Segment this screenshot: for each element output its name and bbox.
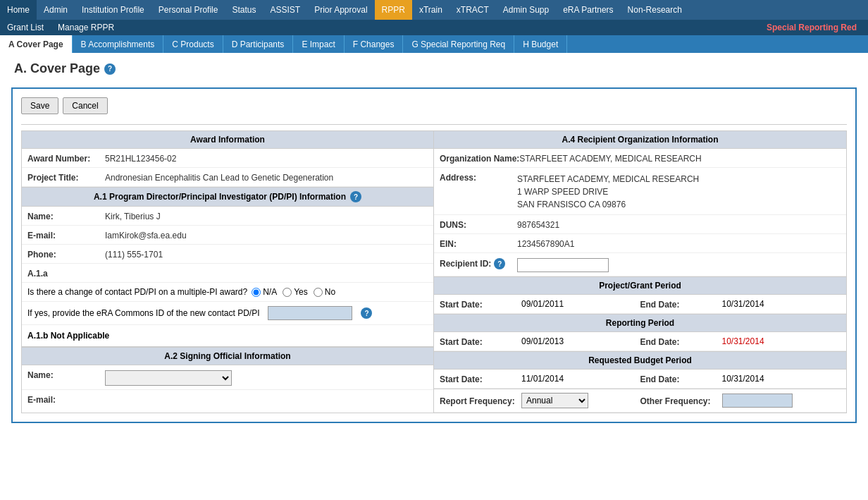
tab-b-accomplishments[interactable]: B Accomplishments	[73, 35, 164, 53]
nav-admin[interactable]: Admin	[37, 0, 75, 20]
org-name-value: STARFLEET ACADEMY, MEDICAL RESEARCH	[519, 152, 841, 164]
nav-xtrain[interactable]: xTrain	[412, 0, 450, 20]
org-address-label: Address:	[440, 171, 517, 183]
org-name-row: Organization Name: STARFLEET ACADEMY, ME…	[434, 149, 846, 168]
nav-admin-supp[interactable]: Admin Supp	[496, 0, 556, 20]
tab-g-special-reporting[interactable]: G Special Reporting Req	[403, 35, 514, 53]
project-title-value: Andronesian Encephalitis Can Lead to Gen…	[105, 171, 428, 183]
era-commons-help-icon[interactable]: ?	[361, 307, 372, 319]
radio-yes-label: Yes	[294, 287, 308, 297]
duns-value: 987654321	[517, 219, 841, 230]
a1a-label: A.1.a	[27, 267, 105, 279]
change-contact-radio-group: N/A Yes No	[252, 287, 335, 297]
so-name-label: Name:	[27, 369, 105, 380]
tab-a-cover-page[interactable]: A Cover Page	[0, 35, 73, 53]
nav-institution-profile[interactable]: Institution Profile	[75, 0, 151, 20]
right-column: A.4 Recipient Organization Information O…	[434, 131, 846, 413]
pi-name-row: Name: Kirk, Tiberius J	[22, 207, 433, 226]
reporting-period-row: Start Date: 09/01/2013 End Date: 10/31/2…	[434, 332, 846, 351]
era-commons-row: If yes, provide the eRA Commons ID of th…	[22, 302, 433, 325]
pg-start-value: 09/01/2011	[521, 299, 564, 309]
tab-f-changes[interactable]: F Changes	[345, 35, 404, 53]
nav-non-research[interactable]: Non-Research	[621, 0, 689, 20]
award-number-value: 5R21HL123456-02	[105, 152, 428, 164]
radio-no[interactable]	[314, 288, 323, 297]
form-container: Save Cancel Award Information Award Numb…	[11, 87, 857, 423]
so-email-label: E-mail:	[27, 394, 105, 405]
nav-xtract[interactable]: xTRACT	[450, 0, 496, 20]
page-title-help-icon[interactable]: ?	[104, 63, 116, 75]
reporting-period-header: Reporting Period	[434, 314, 846, 332]
pi-email-label: E-mail:	[27, 229, 105, 240]
nav-home[interactable]: Home	[0, 0, 37, 20]
radio-na-item: N/A	[252, 287, 277, 297]
change-contact-row: Is there a change of contact PD/PI on a …	[22, 283, 433, 302]
era-commons-input[interactable]	[268, 306, 352, 320]
so-name-select[interactable]	[105, 370, 232, 386]
rbp-end-value: 10/31/2014	[722, 374, 764, 384]
nav-era-partners[interactable]: eRA Partners	[556, 0, 620, 20]
nav-personal-profile[interactable]: Personal Profile	[151, 0, 225, 20]
report-frequency-label: Report Frequency:	[440, 395, 517, 406]
other-frequency-label: Other Frequency:	[640, 395, 718, 406]
save-button[interactable]: Save	[21, 97, 58, 114]
report-frequency-select[interactable]: Annual Semi-Annual Quarterly Other	[521, 393, 588, 408]
pdpi-help-icon[interactable]: ?	[350, 191, 361, 202]
project-grant-period-header: Project/Grant Period	[434, 276, 846, 295]
duns-label: DUNS:	[440, 219, 517, 230]
rbp-end-label: End Date:	[640, 373, 718, 384]
rbp-start-date-item: Start Date: 11/01/2014	[440, 373, 640, 384]
rbp-start-label: Start Date:	[440, 373, 517, 384]
rbp-start-value: 11/01/2014	[521, 374, 564, 384]
top-navigation: Home Admin Institution Profile Personal …	[0, 0, 868, 20]
main-content: Save Cancel Award Information Award Numb…	[0, 82, 868, 434]
tab-c-products[interactable]: C Products	[163, 35, 223, 53]
page-title-area: A. Cover Page ?	[0, 53, 868, 82]
radio-no-item: No	[314, 287, 335, 297]
recipient-id-row: Recipient ID: ?	[434, 253, 846, 276]
nav-rppr[interactable]: RPPR	[375, 0, 412, 20]
address-line-1: STARFLEET ACADEMY, MEDICAL RESEARCH	[517, 173, 841, 185]
recipient-id-input[interactable]	[517, 258, 609, 272]
pi-name-label: Name:	[27, 210, 105, 221]
radio-na[interactable]	[252, 288, 261, 297]
nav-prior-approval[interactable]: Prior Approval	[307, 0, 374, 20]
pi-email-row: E-mail: IamKirok@sfa.ea.edu	[22, 226, 433, 245]
form-buttons: Save Cancel	[21, 97, 847, 114]
pg-start-label: Start Date:	[440, 298, 517, 310]
ein-row: EIN: 1234567890A1	[434, 234, 846, 253]
address-line-3: SAN FRANSISCO CA 09876	[517, 198, 841, 211]
era-commons-label: If yes, provide the eRA Commons ID of th…	[27, 308, 259, 318]
cancel-button[interactable]: Cancel	[63, 97, 107, 114]
ein-label: EIN:	[440, 238, 517, 249]
tab-h-budget[interactable]: H Budget	[514, 35, 567, 53]
rp-end-value: 10/31/2014	[722, 336, 764, 346]
nav-status[interactable]: Status	[225, 0, 263, 20]
a1a-row: A.1.a	[22, 264, 433, 283]
report-frequency-item: Report Frequency: Annual Semi-Annual Qua…	[440, 393, 640, 408]
recipient-id-label: Recipient ID: ?	[440, 257, 517, 269]
nav-assist[interactable]: ASSIST	[264, 0, 308, 20]
radio-yes[interactable]	[283, 288, 292, 297]
special-reporting-red: Special Reporting Red	[767, 23, 857, 32]
nav-manage-rppr[interactable]: Manage RPPR	[51, 20, 121, 35]
pg-end-label: End Date:	[640, 298, 718, 310]
radio-yes-item: Yes	[283, 287, 308, 297]
project-title-row: Project Title: Andronesian Encephalitis …	[22, 168, 433, 187]
signing-official-header: A.2 Signing Official Information	[22, 347, 433, 365]
tab-e-impact[interactable]: E Impact	[293, 35, 344, 53]
requested-budget-period-row: Start Date: 11/01/2014 End Date: 10/31/2…	[434, 370, 846, 389]
so-email-row: E-mail:	[22, 390, 433, 408]
other-frequency-input[interactable]	[722, 394, 793, 408]
so-name-value	[105, 369, 428, 386]
pg-end-value: 10/31/2014	[722, 299, 764, 309]
report-frequency-row: Report Frequency: Annual Semi-Annual Qua…	[434, 389, 846, 413]
tab-d-participants[interactable]: D Participants	[223, 35, 294, 53]
recipient-id-help-icon[interactable]: ?	[494, 258, 505, 269]
pg-end-date-item: End Date: 10/31/2014	[640, 298, 841, 310]
rbp-end-date-item: End Date: 10/31/2014	[640, 373, 841, 384]
rp-end-date-item: End Date: 10/31/2014	[640, 336, 841, 347]
ein-value: 1234567890A1	[517, 238, 841, 249]
rp-start-label: Start Date:	[440, 336, 517, 347]
nav-grant-list[interactable]: Grant List	[0, 20, 51, 35]
